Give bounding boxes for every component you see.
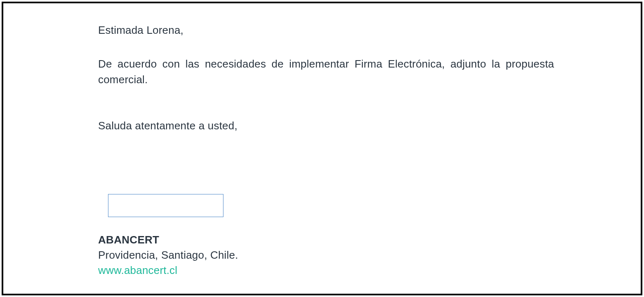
document-page: Estimada Lorena, De acuerdo con las nece… <box>2 2 642 295</box>
letter-greeting: Estimada Lorena, <box>98 24 554 37</box>
signature-placeholder-box <box>108 194 223 217</box>
letter-body: De acuerdo con las necesidades de implem… <box>98 56 554 87</box>
signature-company-name: ABANCERT <box>98 234 554 246</box>
signature-website-link[interactable]: www.abancert.cl <box>98 264 554 277</box>
signature-address: Providencia, Santiago, Chile. <box>98 249 554 262</box>
letter-closing: Saluda atentamente a usted, <box>98 119 554 132</box>
